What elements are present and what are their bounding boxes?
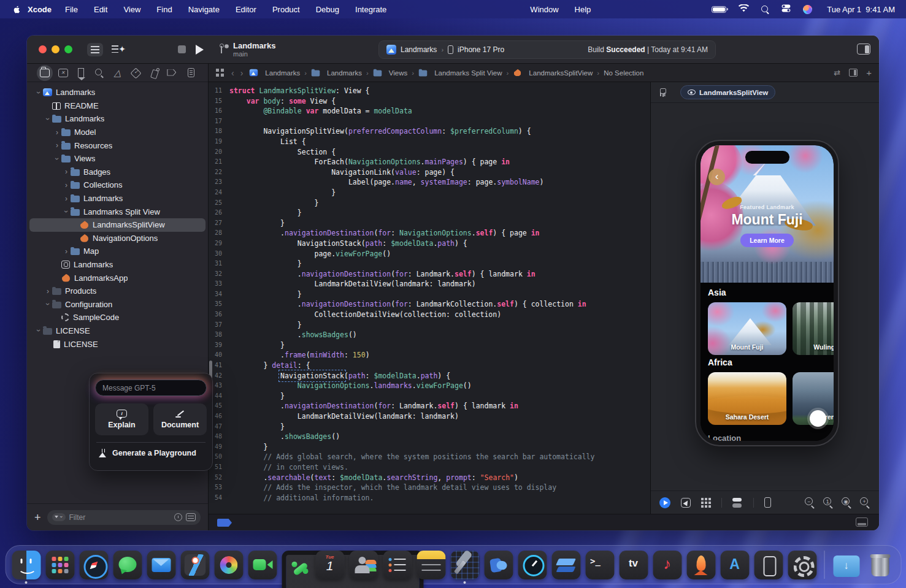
menu-item-xcode[interactable]: Xcode	[28, 5, 52, 14]
code-line-19[interactable]: 19 List {	[209, 137, 650, 147]
preview-target-pill[interactable]: LandmarksSplitView	[680, 85, 775, 99]
navigator-tab-source-control-icon[interactable]	[55, 65, 71, 81]
line-number[interactable]: 30	[209, 249, 229, 259]
navigator-tab-project-navigator-icon[interactable]	[37, 65, 53, 81]
stop-button[interactable]	[178, 45, 186, 53]
line-number[interactable]: 23	[209, 177, 229, 188]
tree-item-badges[interactable]: ›Badges	[29, 166, 205, 179]
code-line-51[interactable]: 51 // in content views.	[209, 462, 650, 473]
menu-item-help[interactable]: Help	[575, 5, 591, 14]
tree-item-products[interactable]: ›Products	[29, 284, 205, 298]
tree-item-navigationoptions[interactable]: NavigationOptions	[29, 232, 205, 245]
dock-item-notes[interactable]	[417, 551, 445, 579]
dock-item-facetime[interactable]	[248, 551, 277, 579]
jump-bar-crumb-landmarkssplitview[interactable]: LandmarksSplitView	[513, 69, 593, 77]
menu-item-integrate[interactable]: Integrate	[355, 5, 386, 14]
line-number[interactable]: 17	[209, 116, 229, 127]
line-number[interactable]: 28	[209, 228, 229, 239]
jump-bar-crumb-landmarks[interactable]: Landmarks	[249, 69, 300, 77]
code-line-49[interactable]: 49 }	[209, 442, 650, 452]
code-line-17[interactable]: 17	[209, 116, 650, 127]
assistant-message-input[interactable]	[95, 380, 207, 396]
code-line-42[interactable]: 42 NavigationStack(path: $modelData.path…	[209, 371, 650, 381]
disclosure-chevron[interactable]: ›	[44, 288, 52, 294]
line-number[interactable]: 40	[209, 350, 229, 361]
jump-bar-crumb-no-selection[interactable]: No Selection	[604, 69, 643, 77]
landmark-card-mount-fuji[interactable]: Mount Fuji	[708, 302, 786, 355]
dock-item-simulator[interactable]	[686, 551, 715, 579]
learn-more-button[interactable]: Learn More	[740, 234, 794, 247]
dock-item-phone[interactable]	[282, 551, 310, 579]
disclosure-chevron[interactable]: ›	[53, 142, 61, 148]
control-center-icon[interactable]	[781, 4, 791, 15]
line-number[interactable]: 24	[209, 188, 229, 198]
tree-item-landmarks[interactable]: ›Landmarks	[29, 86, 205, 99]
tree-item-license[interactable]: LICENSE	[29, 337, 205, 351]
code-line-41[interactable]: 41 } detail: {	[209, 361, 650, 371]
dock-item-messages[interactable]	[113, 551, 142, 579]
navigator-tab-debug-icon[interactable]	[146, 65, 162, 81]
code-line-33[interactable]: 33 LandmarkDetailView(landmark: landmark…	[209, 279, 650, 289]
code-view[interactable]: 11struct LandmarksSplitView: View {15 va…	[209, 82, 650, 514]
zoom-fit-icon[interactable]: ◉	[842, 497, 852, 508]
code-line-40[interactable]: 40 .frame(minWidth: 150)	[209, 350, 650, 361]
search-icon[interactable]	[761, 6, 769, 13]
code-line-31[interactable]: 31 }	[209, 259, 650, 269]
line-number[interactable]: 34	[209, 289, 229, 300]
project-branch-block[interactable]: Landmarks main	[220, 42, 275, 58]
code-line-39[interactable]: 39 }	[209, 340, 650, 351]
scheme-app-name[interactable]: Landmarks	[401, 45, 437, 54]
code-line-36[interactable]: 36 CollectionDetailView(collection: coll…	[209, 310, 650, 320]
build-status[interactable]: Build Succeeded | Today at 9:41 AM	[588, 45, 708, 54]
code-line-47[interactable]: 47 }	[209, 422, 650, 432]
code-line-15[interactable]: 15 var body: some View {	[209, 96, 650, 107]
device-settings-icon[interactable]	[732, 498, 743, 508]
dock-item-mail[interactable]	[147, 551, 175, 579]
jump-bar-crumb-views[interactable]: Views	[373, 69, 407, 77]
related-items-grid-icon[interactable]	[216, 69, 224, 77]
zoom-button[interactable]	[64, 45, 72, 53]
disclosure-chevron[interactable]: ›	[62, 248, 71, 254]
apple-menu-icon[interactable]	[12, 5, 21, 14]
dock-item-reminders[interactable]	[383, 551, 412, 579]
coding-assistant-icon[interactable]	[112, 44, 125, 56]
scheme-destination[interactable]: iPhone 17 Pro	[458, 45, 504, 54]
menu-item-editor[interactable]: Editor	[236, 5, 256, 14]
tree-item-landmarks-split-view[interactable]: ›Landmarks Split View	[29, 205, 205, 218]
dock-item-terminal[interactable]	[585, 551, 614, 579]
dock-item-app-store[interactable]	[720, 551, 749, 579]
source-editor[interactable]: 11struct LandmarksSplitView: View {15 va…	[209, 82, 650, 514]
line-number[interactable]: 38	[209, 330, 229, 340]
back-button[interactable]: ‹	[708, 169, 725, 185]
code-line-21[interactable]: 21 ForEach(NavigationOptions.mainPages) …	[209, 157, 650, 167]
dock-item-iphone-mirroring[interactable]	[754, 551, 783, 579]
disclosure-chevron[interactable]: ›	[62, 182, 71, 188]
disclosure-chevron[interactable]: ›	[53, 129, 61, 136]
canvas-display-icon[interactable]	[856, 517, 868, 527]
tree-item-landmarkssplitview[interactable]: LandmarksSplitView	[29, 218, 205, 232]
dock-item-sf-symbols[interactable]	[551, 551, 580, 579]
line-number[interactable]: 54	[209, 493, 229, 503]
code-line-44[interactable]: 44 }	[209, 391, 650, 402]
jump-bar-crumb-landmarks[interactable]: Landmarks	[311, 69, 362, 77]
code-line-20[interactable]: 20 Section {	[209, 147, 650, 158]
tree-item-license[interactable]: ›LICENSE	[29, 324, 205, 338]
battery-icon[interactable]	[712, 6, 726, 13]
dock-item-tv[interactable]	[619, 551, 648, 579]
menu-item-view[interactable]: View	[123, 5, 140, 14]
disclosure-chevron[interactable]: ›	[45, 115, 51, 123]
dock-item-launchpad[interactable]	[45, 551, 74, 579]
tree-item-views[interactable]: ›Views	[29, 152, 205, 166]
line-number[interactable]: 18	[209, 126, 229, 137]
code-line-25[interactable]: 25 }	[209, 198, 650, 208]
selectable-mode-icon[interactable]	[681, 498, 691, 508]
dock-item-xcode[interactable]	[450, 551, 479, 579]
code-line-26[interactable]: 26 }	[209, 208, 650, 218]
tree-item-resources[interactable]: ›Resources	[29, 139, 205, 152]
scheme-selector[interactable]: Landmarks › iPhone 17 Pro Build Succeede…	[378, 40, 716, 59]
code-line-29[interactable]: 29 NavigationStack(path: $modelData.path…	[209, 239, 650, 249]
dock-item-photos[interactable]	[214, 551, 243, 579]
line-number[interactable]: 33	[209, 279, 229, 289]
disclosure-chevron[interactable]: ›	[62, 169, 71, 175]
code-line-50[interactable]: 50 // Adds global search, where the syst…	[209, 452, 650, 462]
